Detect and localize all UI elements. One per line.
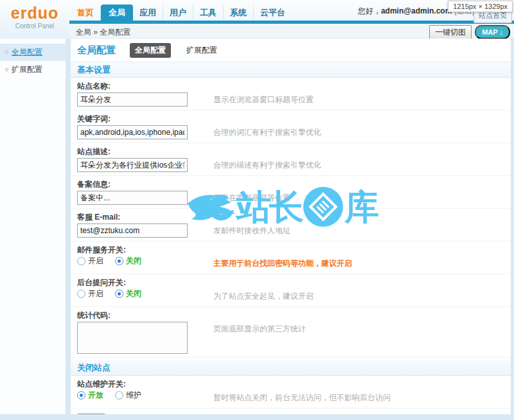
field-label: 站点描述: <box>77 147 511 156</box>
nav-item-global[interactable]: 全局 <box>101 4 133 21</box>
field-label: 统计代码: <box>77 311 511 320</box>
keywords-input[interactable] <box>77 125 188 139</box>
field-label: 客服 E-mail: <box>77 213 511 222</box>
nav-item-tools[interactable]: 工具 <box>193 5 224 21</box>
description-input[interactable] <box>77 158 188 172</box>
account-email: admin@admin.com <box>381 6 452 15</box>
field-hint: 发邮件时接收件人地址 <box>213 223 290 238</box>
breadcrumb-bar: 全局 » 全局配置 一键切图 MAP ↓ <box>69 24 514 39</box>
section-close-site: 关闭站点 <box>71 360 511 376</box>
logo-text: erduo <box>0 4 69 22</box>
qa-switch-off-radio[interactable] <box>115 290 123 298</box>
field-hint: 显示在浏览器窗口标题等位置 <box>213 92 314 107</box>
nav-item-system[interactable]: 系统 <box>224 5 254 21</box>
field-label: 关键字词: <box>77 114 511 123</box>
field-hint: 为了站点安全起见，建议开启 <box>213 289 314 303</box>
field-icp: 备案信息: 显示在页面底部等位置 <box>71 176 511 209</box>
breadcrumb: 全局 » 全局配置 <box>76 27 130 38</box>
radio-option-label[interactable]: 开启 <box>88 289 103 299</box>
field-hint: 主要用于前台找回密码等功能，建议开启 <box>213 256 352 270</box>
field-label: 邮件服务开关: <box>77 245 511 254</box>
nav-item-apps[interactable]: 应用 <box>133 5 163 21</box>
mail-switch-off-radio[interactable] <box>115 257 123 265</box>
field-maintenance-switch: 站点维护开关: 开放 维护 暂时将站点关闭，前台无法访问，但不影响后台访问 <box>71 376 511 408</box>
nav-item-users[interactable]: 用户 <box>163 5 193 21</box>
section-basic-settings: 基本设置 <box>71 62 511 78</box>
radio-option-label[interactable]: 开放 <box>88 390 103 400</box>
field-keywords: 关键字词: 合理的词汇有利于搜索引擎优化 <box>71 110 511 143</box>
map-button[interactable]: MAP ↓ <box>475 25 510 39</box>
field-hint: 页面底部显示的第三方统计 <box>213 322 306 336</box>
field-hint: 暂时将站点关闭，前台无法访问，但不影响后台访问 <box>213 390 391 405</box>
maintenance-open-radio[interactable] <box>77 391 85 399</box>
greeting-text: 您好， <box>358 6 381 15</box>
nav-item-home[interactable]: 首页 <box>71 5 101 21</box>
mail-switch-on-radio[interactable] <box>77 257 85 265</box>
submit-row: 提交 <box>71 408 511 414</box>
tab-global-config[interactable]: 全局配置 <box>130 43 171 58</box>
qa-switch-on-radio[interactable] <box>77 290 85 298</box>
main-content: 全局配置 全局配置 扩展配置 基本设置 站点名称: 显示在浏览器窗口标题等位置 … <box>71 39 511 414</box>
logo-subtitle: Control Panel <box>0 22 69 30</box>
stats-code-textarea[interactable] <box>77 322 188 354</box>
field-mail-service-switch: 邮件服务开关: 开启 关闭 主要用于前台找回密码等功能，建议开启 <box>71 241 511 274</box>
field-hint: 合理的描述有利于搜索引擎优化 <box>213 158 321 172</box>
sidebar-item-label: 全局配置 <box>12 47 42 58</box>
sidebar-item-label: 扩展配置 <box>12 64 42 75</box>
field-backend-question-switch: 后台提问开关: 开启 关闭 为了站点安全起见，建议开启 <box>71 274 511 307</box>
service-email-input[interactable] <box>77 223 188 238</box>
field-site-name: 站点名称: 显示在浏览器窗口标题等位置 <box>71 78 511 110</box>
maintenance-maintain-radio[interactable] <box>115 391 123 399</box>
field-label: 站点名称: <box>77 82 511 91</box>
tab-extended-config[interactable]: 扩展配置 <box>181 43 222 58</box>
field-stats-code: 统计代码: 页面底部显示的第三方统计 <box>71 307 511 358</box>
field-hint: 显示在页面底部等位置 <box>213 191 290 205</box>
field-label: 后台提问开关: <box>77 278 511 287</box>
page-title: 全局配置 <box>77 44 116 57</box>
radio-option-label[interactable]: 关闭 <box>126 289 141 299</box>
logo: erduo Control Panel <box>0 0 69 37</box>
page: erduo Control Panel 首页 全局 应用 用户 工具 系统 云平… <box>0 0 514 420</box>
field-label: 备案信息: <box>77 180 511 189</box>
sidebar: 全局配置 扩展配置 <box>0 39 66 414</box>
site-name-input[interactable] <box>77 92 188 107</box>
field-description: 站点描述: 合理的描述有利于搜索引擎优化 <box>71 143 511 176</box>
field-service-email: 客服 E-mail: 发邮件时接收件人地址 <box>71 209 511 241</box>
radio-option-label[interactable]: 开启 <box>88 256 103 266</box>
field-hint: 合理的词汇有利于搜索引擎优化 <box>213 125 321 139</box>
radio-option-label[interactable]: 关闭 <box>126 256 141 266</box>
radio-option-label[interactable]: 维护 <box>126 390 141 400</box>
sidebar-item-global-config[interactable]: 全局配置 <box>0 44 66 61</box>
submit-button[interactable]: 提交 <box>77 414 105 414</box>
screenshot-size-tooltip: 1215px × 1329px <box>448 1 513 12</box>
one-click-snip-button[interactable]: 一键切图 <box>429 25 472 40</box>
field-label: 站点维护开关: <box>77 380 511 389</box>
circle-bullet-icon <box>5 68 8 71</box>
nav-item-cloud[interactable]: 云平台 <box>254 5 292 21</box>
top-navigation: 首页 全局 应用 用户 工具 系统 云平台 <box>71 4 292 21</box>
circle-bullet-icon <box>5 51 8 54</box>
title-row: 全局配置 全局配置 扩展配置 <box>71 39 511 62</box>
icp-input[interactable] <box>77 191 188 205</box>
sidebar-item-extended-config[interactable]: 扩展配置 <box>0 61 66 78</box>
